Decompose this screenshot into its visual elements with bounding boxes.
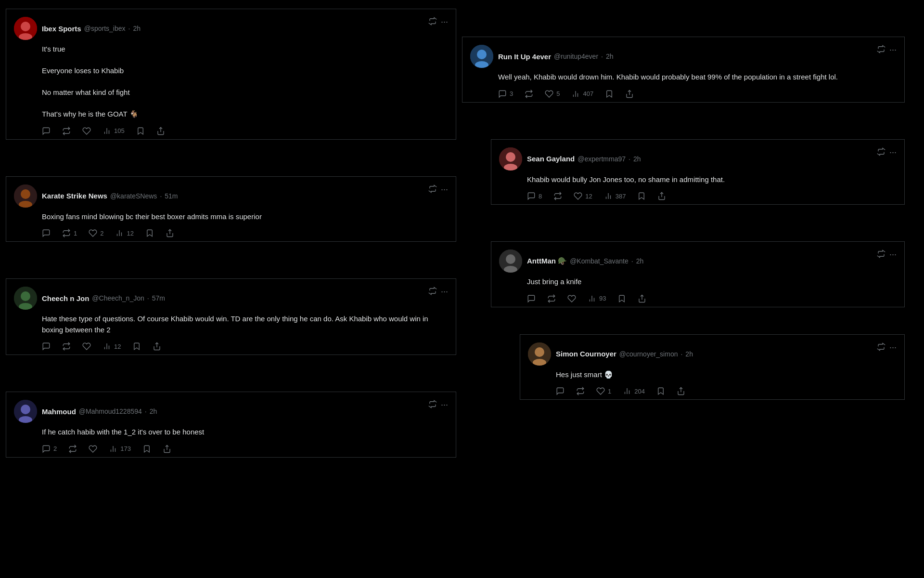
comment-action-runitup[interactable]: 3 xyxy=(498,90,513,98)
bookmark-action-sean[interactable] xyxy=(637,192,646,200)
tweet-sep-runitup: · xyxy=(601,53,603,60)
more-menu-sean[interactable]: ··· xyxy=(889,147,897,158)
like-action-sean[interactable]: 12 xyxy=(574,192,592,200)
like-icon xyxy=(82,127,91,135)
share-icon-sean xyxy=(657,192,666,200)
bookmark-action-antt[interactable] xyxy=(617,294,626,303)
like-action-cheech[interactable] xyxy=(82,342,91,351)
retweet-action-simon[interactable] xyxy=(576,387,585,395)
share-action-runitup[interactable] xyxy=(625,90,634,98)
like-action-karate[interactable]: 2 xyxy=(89,229,103,237)
bookmark-icon-antt xyxy=(617,294,626,303)
comment-action-antt[interactable] xyxy=(527,294,536,303)
more-menu-karate[interactable]: ··· xyxy=(441,184,448,195)
comment-action-simon[interactable] xyxy=(556,387,565,395)
retweet-icon-karate[interactable] xyxy=(428,184,437,195)
bookmark-action-ibex[interactable] xyxy=(136,127,145,135)
share-action-sean[interactable] xyxy=(657,192,666,200)
bookmark-action-runitup[interactable] xyxy=(605,90,614,98)
like-action-runitup[interactable]: 5 xyxy=(545,90,560,98)
views-action-cheech[interactable]: 12 xyxy=(103,342,121,351)
more-menu-mahmoud[interactable]: ··· xyxy=(441,400,448,410)
tweet-sep-cheech: · xyxy=(147,294,149,302)
retweet-icon-ibex[interactable] xyxy=(428,17,437,27)
tweet-body-karate: Boxing fans mind blowing bc their best b… xyxy=(42,211,448,223)
views-count-karate: 12 xyxy=(127,230,133,237)
comment-action-cheech[interactable] xyxy=(42,342,51,351)
tweet-mahmoud: Mahmoud @Mahmoud1228594 · 2h ··· If he c… xyxy=(6,392,456,458)
tweet-ibex: Ibex Sports @sports_ibex · 2h ··· It's t xyxy=(6,9,456,140)
tweet-handle-karate: @karateSNews xyxy=(110,192,157,200)
retweet-action-antt[interactable] xyxy=(547,294,556,303)
views-icon-simon xyxy=(623,387,631,395)
views-action-simon[interactable]: 204 xyxy=(623,387,645,395)
bookmark-action-cheech[interactable] xyxy=(132,342,141,351)
comment-action-sean[interactable]: 8 xyxy=(527,192,542,200)
views-action-karate[interactable]: 12 xyxy=(115,229,133,237)
tweet-time-simon: 2h xyxy=(685,350,693,358)
tweet-handle-ibex: @sports_ibex xyxy=(84,25,126,32)
tweet-time-cheech: 57m xyxy=(152,294,165,302)
bookmark-action-karate[interactable] xyxy=(145,229,154,237)
retweet-action-ibex[interactable] xyxy=(62,127,71,135)
comment-action-karate[interactable] xyxy=(42,229,51,237)
retweet-action-runitup[interactable] xyxy=(525,90,533,98)
retweet-icon-mahmoud[interactable] xyxy=(428,400,437,410)
tweet-sep-sean: · xyxy=(629,155,630,163)
views-action-sean[interactable]: 387 xyxy=(604,192,626,200)
tweet-name-karate: Karate Strike News xyxy=(42,192,107,200)
share-icon-antt xyxy=(638,294,646,303)
retweet-icon-sean[interactable] xyxy=(877,147,886,158)
retweet-action-cheech[interactable] xyxy=(62,342,71,351)
retweet-icon-cheech[interactable] xyxy=(428,287,437,297)
like-count-karate: 2 xyxy=(100,230,103,237)
retweet-icon-simon[interactable] xyxy=(877,342,886,353)
like-action-simon[interactable]: 1 xyxy=(596,387,611,395)
like-icon-simon xyxy=(596,387,605,395)
more-menu-antt[interactable]: ··· xyxy=(889,250,897,260)
share-action-simon[interactable] xyxy=(677,387,685,395)
retweet-action-sean[interactable] xyxy=(553,192,562,200)
tweet-name-ibex: Ibex Sports xyxy=(42,25,81,33)
retweet-icon-antt-a xyxy=(547,294,556,303)
tweet-name-antt: AnttMan 🪖 xyxy=(527,257,567,265)
tweet-name-cheech: Cheech n Jon xyxy=(42,294,89,302)
comment-action-ibex[interactable] xyxy=(42,127,51,135)
comment-icon-simon xyxy=(556,387,565,395)
bookmark-action-mahmoud[interactable] xyxy=(142,445,151,453)
retweet-action-karate[interactable]: 1 xyxy=(62,229,77,237)
like-action-mahmoud[interactable] xyxy=(89,445,97,453)
share-action-cheech[interactable] xyxy=(153,342,161,351)
like-count-runitup: 5 xyxy=(556,90,560,97)
more-menu-cheech[interactable]: ··· xyxy=(441,287,448,297)
views-count-simon: 204 xyxy=(634,388,645,395)
share-action-mahmoud[interactable] xyxy=(163,445,171,453)
like-action-antt[interactable] xyxy=(567,294,576,303)
views-action-antt[interactable]: 93 xyxy=(588,294,606,303)
share-icon-karate xyxy=(166,229,174,237)
comment-action-mahmoud[interactable]: 2 xyxy=(42,445,57,453)
share-action-karate[interactable] xyxy=(166,229,174,237)
comment-count-mahmoud: 2 xyxy=(53,445,57,452)
retweet-action-mahmoud[interactable] xyxy=(68,445,77,453)
more-menu-ibex[interactable]: ··· xyxy=(441,17,448,27)
bookmark-action-simon[interactable] xyxy=(656,387,665,395)
views-icon-runitup xyxy=(571,90,580,98)
views-icon-mahmoud xyxy=(109,445,117,453)
bookmark-icon-karate xyxy=(145,229,154,237)
tweet-actions-simon: 1 204 xyxy=(556,385,897,395)
like-action-ibex[interactable] xyxy=(82,127,91,135)
share-action-antt[interactable] xyxy=(638,294,646,303)
share-action-ibex[interactable] xyxy=(156,127,165,135)
views-action-runitup[interactable]: 407 xyxy=(571,90,593,98)
views-action-mahmoud[interactable]: 173 xyxy=(109,445,131,453)
retweet-icon-runitup[interactable] xyxy=(877,45,886,55)
tweet-handle-runitup: @runitup4ever xyxy=(554,53,598,60)
more-menu-simon[interactable]: ··· xyxy=(889,342,897,353)
comment-icon-karate xyxy=(42,229,51,237)
tweet-time-karate: 51m xyxy=(165,192,178,200)
views-action-ibex[interactable]: 105 xyxy=(103,127,125,135)
more-menu-runitup[interactable]: ··· xyxy=(889,45,897,55)
svg-point-22 xyxy=(21,405,30,414)
retweet-icon-antt[interactable] xyxy=(877,250,886,260)
